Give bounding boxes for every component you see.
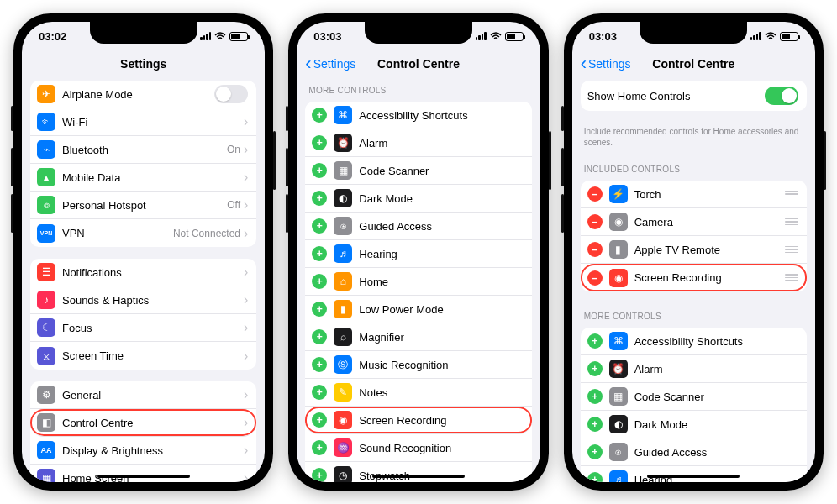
settings-row[interactable]: +⏰Alarm (581, 355, 807, 383)
settings-row[interactable]: ☾Focus› (30, 314, 256, 342)
settings-row[interactable]: ⧖Screen Time› (30, 342, 256, 370)
add-button[interactable]: + (312, 468, 327, 482)
settings-row[interactable]: +♒Sound Recognition (305, 434, 531, 462)
settings-row[interactable]: ♪Sounds & Haptics› (30, 286, 256, 314)
reorder-grip-icon[interactable] (785, 191, 798, 198)
row-label: Sound Recognition (359, 442, 523, 454)
add-button[interactable]: + (587, 389, 603, 404)
settings-row[interactable]: ⌁BluetoothOn› (30, 136, 256, 164)
add-button[interactable]: + (312, 302, 327, 317)
settings-row[interactable]: +▦Code Scanner (305, 157, 531, 185)
add-button[interactable]: + (587, 361, 603, 376)
row-label: Screen Recording (359, 414, 523, 427)
row-label: Music Recognition (359, 359, 523, 371)
row-label: Mobile Data (62, 171, 244, 184)
nav-bar: Settings Control Centre (572, 50, 815, 77)
mobile-data-icon: ▴ (37, 168, 55, 186)
settings-row[interactable]: +♬Hearing (305, 240, 531, 268)
settings-row[interactable]: ☰Notifications› (30, 259, 256, 286)
home-controls-group: Show Home Controls (581, 81, 807, 111)
settings-row[interactable]: ✈Airplane Mode (30, 81, 256, 108)
settings-row[interactable]: +◷Stopwatch (305, 462, 531, 482)
settings-row[interactable]: +◐Dark Mode (305, 185, 531, 213)
settings-row[interactable]: +▦Code Scanner (581, 383, 807, 411)
control-centre-content[interactable]: Show Home ControlsInclude recommended co… (572, 77, 815, 482)
toggle-switch[interactable] (214, 85, 248, 103)
settings-row[interactable]: –▮Apple TV Remote (581, 236, 807, 264)
settings-row[interactable]: –⚡Torch (581, 181, 807, 208)
toggle-switch[interactable] (765, 87, 798, 105)
row-label: Show Home Controls (587, 90, 765, 102)
add-button[interactable]: + (312, 108, 327, 123)
settings-row[interactable]: ▦Home Screen› (30, 465, 256, 482)
settings-row[interactable]: ◧Control Centre› (30, 409, 256, 437)
remove-button[interactable]: – (587, 242, 603, 257)
settings-row[interactable]: AADisplay & Brightness› (30, 437, 256, 465)
add-button[interactable]: + (587, 333, 603, 349)
add-button[interactable]: + (312, 329, 327, 344)
reorder-grip-icon[interactable] (785, 246, 798, 254)
low-power-icon: ▮ (334, 300, 352, 318)
settings-content[interactable]: ✈Airplane ModeᯤWi-Fi›⌁BluetoothOn›▴Mobil… (22, 77, 265, 482)
home-indicator[interactable] (647, 475, 740, 478)
add-button[interactable]: + (312, 385, 327, 400)
add-button[interactable]: + (312, 191, 327, 206)
reorder-grip-icon[interactable] (785, 274, 798, 281)
settings-row[interactable]: –◉Screen Recording (581, 264, 807, 291)
chevron-right-icon: › (244, 349, 248, 364)
chevron-right-icon: › (244, 170, 248, 185)
add-button[interactable]: + (312, 246, 327, 261)
add-button[interactable]: + (312, 135, 327, 150)
row-label: General (62, 389, 244, 402)
add-button[interactable]: + (312, 163, 327, 178)
row-label: Accessibility Shortcuts (359, 109, 523, 122)
add-button[interactable]: + (312, 440, 327, 455)
remove-button[interactable]: – (587, 270, 603, 286)
home-indicator[interactable] (372, 475, 465, 478)
settings-row[interactable]: +⌘Accessibility Shortcuts (581, 328, 807, 355)
settings-row[interactable]: ⌾Personal HotspotOff› (30, 192, 256, 219)
more-controls-group: +⌘Accessibility Shortcuts+⏰Alarm+▦Code S… (305, 102, 531, 482)
remove-button[interactable]: – (587, 186, 603, 202)
settings-row[interactable]: +ⓈMusic Recognition (305, 351, 531, 379)
add-button[interactable]: + (587, 444, 603, 459)
settings-row[interactable]: +⌂Home (305, 268, 531, 296)
notch (640, 22, 747, 44)
settings-row[interactable]: ⚙General› (30, 381, 256, 409)
control-centre-content[interactable]: MORE CONTROLS+⌘Accessibility Shortcuts+⏰… (297, 77, 540, 482)
settings-row[interactable]: +◉Screen Recording (305, 407, 531, 434)
settings-row[interactable]: ᯤWi-Fi› (30, 108, 256, 136)
add-button[interactable]: + (312, 412, 327, 428)
battery-icon (505, 32, 524, 41)
settings-row[interactable]: +⌕Magnifier (305, 323, 531, 351)
settings-row[interactable]: +⏰Alarm (305, 129, 531, 157)
control-centre-icon: ◧ (37, 413, 55, 432)
settings-row[interactable]: +▮Low Power Mode (305, 296, 531, 323)
row-label: Dark Mode (634, 418, 798, 431)
settings-row[interactable]: +⍟Guided Access (581, 438, 807, 466)
accessibility-shortcuts-icon: ⌘ (334, 106, 352, 124)
row-label: Low Power Mode (359, 303, 523, 316)
settings-row[interactable]: ▴Mobile Data› (30, 164, 256, 192)
add-button[interactable]: + (587, 472, 603, 482)
row-label: Torch (634, 188, 785, 201)
home-indicator[interactable] (97, 475, 190, 478)
settings-row[interactable]: VPNVPNNot Connected› (30, 219, 256, 247)
settings-row[interactable]: +⍟Guided Access (305, 213, 531, 240)
row-label: Screen Time (62, 349, 244, 362)
stopwatch-icon: ◷ (334, 466, 352, 482)
add-button[interactable]: + (312, 357, 327, 372)
settings-row[interactable]: +⌘Accessibility Shortcuts (305, 102, 531, 129)
settings-row[interactable]: +◐Dark Mode (581, 411, 807, 438)
settings-row[interactable]: +✎Notes (305, 379, 531, 407)
remove-button[interactable]: – (587, 214, 603, 229)
add-button[interactable]: + (587, 417, 603, 432)
add-button[interactable]: + (312, 274, 327, 289)
row-value: Off (227, 199, 240, 211)
reorder-grip-icon[interactable] (785, 218, 798, 226)
nav-back-button[interactable]: Settings (581, 50, 631, 77)
show-home-controls-row[interactable]: Show Home Controls (581, 81, 807, 111)
settings-row[interactable]: –◉Camera (581, 208, 807, 236)
add-button[interactable]: + (312, 218, 327, 234)
nav-back-button[interactable]: Settings (305, 50, 355, 77)
